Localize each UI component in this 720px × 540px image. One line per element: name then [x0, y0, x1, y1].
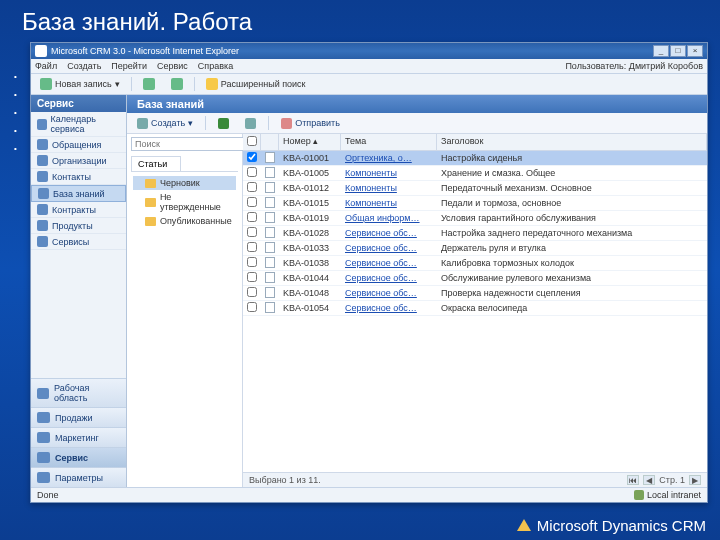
row-checkbox[interactable] — [247, 257, 257, 267]
row-title: Калибровка тормозных колодок — [437, 257, 707, 269]
nav-item-services[interactable]: Сервисы — [31, 234, 126, 250]
products-icon — [37, 220, 48, 231]
table-row[interactable]: KBA-01019Общая информ…Условия гарантийно… — [243, 211, 707, 226]
row-icon-cell — [261, 181, 279, 196]
advanced-search-button[interactable]: Расширенный поиск — [201, 76, 311, 92]
kb-tool-1[interactable] — [214, 117, 233, 130]
row-checkbox[interactable] — [247, 167, 257, 177]
table-row[interactable]: KBA-01038Сервисное обс…Калибровка тормоз… — [243, 256, 707, 271]
first-page-button[interactable]: ⏮ — [627, 475, 639, 485]
module-sales[interactable]: Продажи — [31, 407, 126, 427]
row-icon-cell — [261, 271, 279, 286]
nav-item-kb[interactable]: База знаний — [31, 185, 126, 202]
row-tema[interactable]: Сервисное обс… — [341, 302, 437, 314]
row-check[interactable] — [243, 181, 261, 195]
workspace-icon — [37, 388, 49, 399]
row-tema[interactable]: Компоненты — [341, 167, 437, 179]
row-checkbox[interactable] — [247, 197, 257, 207]
row-icon-cell — [261, 256, 279, 271]
row-tema[interactable]: Общая информ… — [341, 212, 437, 224]
kb-tool-2[interactable] — [241, 117, 260, 130]
search-input[interactable] — [131, 137, 251, 151]
row-check[interactable] — [243, 256, 261, 270]
toolbar-icon-2[interactable] — [166, 76, 188, 92]
table-row[interactable]: KBA-01048Сервисное обс…Проверка надежнос… — [243, 286, 707, 301]
row-icon-cell — [261, 286, 279, 301]
row-tema[interactable]: Сервисное обс… — [341, 257, 437, 269]
table-row[interactable]: KBA-01015КомпонентыПедали и тормоза, осн… — [243, 196, 707, 211]
row-check[interactable] — [243, 286, 261, 300]
folder-tree: Черновик Не утвержденные Опубликованные — [131, 171, 238, 487]
folder-published[interactable]: Опубликованные — [133, 214, 236, 228]
table-row[interactable]: KBA-01054Сервисное обс…Окраска велосипед… — [243, 301, 707, 316]
row-checkbox[interactable] — [247, 302, 257, 312]
close-button[interactable]: × — [687, 45, 703, 57]
row-check[interactable] — [243, 271, 261, 285]
table-row[interactable]: KBA-01044Сервисное обс…Обслуживание руле… — [243, 271, 707, 286]
row-check[interactable] — [243, 166, 261, 180]
app-icon — [35, 45, 47, 57]
row-checkbox[interactable] — [247, 212, 257, 222]
folder-drafts[interactable]: Черновик — [133, 176, 236, 190]
nav-item-cases[interactable]: Обращения — [31, 137, 126, 153]
row-tema[interactable]: Сервисное обс… — [341, 227, 437, 239]
row-check[interactable] — [243, 241, 261, 255]
module-marketing[interactable]: Маркетинг — [31, 427, 126, 447]
prev-page-button[interactable]: ◀ — [643, 475, 655, 485]
row-checkbox[interactable] — [247, 182, 257, 192]
separator — [205, 116, 206, 130]
row-tema[interactable]: Компоненты — [341, 197, 437, 209]
nav-item-contracts[interactable]: Контракты — [31, 202, 126, 218]
menu-goto[interactable]: Перейти — [111, 61, 147, 71]
module-service[interactable]: Сервис — [31, 447, 126, 467]
row-checkbox[interactable] — [247, 287, 257, 297]
row-checkbox[interactable] — [247, 242, 257, 252]
row-tema[interactable]: Сервисное обс… — [341, 272, 437, 284]
minimize-button[interactable]: _ — [653, 45, 669, 57]
row-tema[interactable]: Сервисное обс… — [341, 242, 437, 254]
toolbar-icon-1[interactable] — [138, 76, 160, 92]
row-tema[interactable]: Компоненты — [341, 182, 437, 194]
nav-item-calendar[interactable]: Календарь сервиса — [31, 112, 126, 137]
create-button[interactable]: Создать ▾ — [133, 117, 197, 130]
table-row[interactable]: KBA-01012КомпонентыПередаточный механизм… — [243, 181, 707, 196]
new-record-button[interactable]: Новая запись ▾ — [35, 76, 125, 92]
nav-item-contacts[interactable]: Контакты — [31, 169, 126, 185]
separator — [194, 77, 195, 91]
col-tema[interactable]: Тема — [341, 134, 437, 150]
row-checkbox[interactable] — [247, 152, 257, 162]
selection-status: Выбрано 1 из 11. — [249, 475, 321, 485]
row-check[interactable] — [243, 211, 261, 225]
select-all-checkbox[interactable] — [247, 136, 257, 146]
row-check[interactable] — [243, 196, 261, 210]
col-zag[interactable]: Заголовок — [437, 134, 707, 150]
next-page-button[interactable]: ▶ — [689, 475, 701, 485]
menu-help[interactable]: Справка — [198, 61, 233, 71]
row-check[interactable] — [243, 301, 261, 315]
table-row[interactable]: KBA-01001Оргтехника, о…Настройка сиденья — [243, 151, 707, 166]
menu-service[interactable]: Сервис — [157, 61, 188, 71]
col-check[interactable] — [243, 134, 261, 150]
folder-unapproved[interactable]: Не утвержденные — [133, 190, 236, 214]
table-row[interactable]: KBA-01005КомпонентыХранение и смазка. Об… — [243, 166, 707, 181]
send-icon — [281, 118, 292, 129]
row-tema[interactable]: Оргтехника, о… — [341, 152, 437, 164]
nav-item-products[interactable]: Продукты — [31, 218, 126, 234]
row-check[interactable] — [243, 151, 261, 165]
maximize-button[interactable]: □ — [670, 45, 686, 57]
table-row[interactable]: KBA-01028Сервисное обс…Настройка заднего… — [243, 226, 707, 241]
module-settings[interactable]: Параметры — [31, 467, 126, 487]
nav-item-accounts[interactable]: Организации — [31, 153, 126, 169]
row-check[interactable] — [243, 226, 261, 240]
col-number[interactable]: Номер ▴ — [279, 134, 341, 150]
menu-file[interactable]: Файл — [35, 61, 57, 71]
row-checkbox[interactable] — [247, 272, 257, 282]
window-title: Microsoft CRM 3.0 - Microsoft Internet E… — [51, 46, 649, 56]
menu-create[interactable]: Создать — [67, 61, 101, 71]
row-tema[interactable]: Сервисное обс… — [341, 287, 437, 299]
send-button[interactable]: Отправить — [277, 117, 344, 130]
module-workspace[interactable]: Рабочая область — [31, 378, 126, 407]
row-checkbox[interactable] — [247, 227, 257, 237]
table-row[interactable]: KBA-01033Сервисное обс…Держатель руля и … — [243, 241, 707, 256]
articles-tab[interactable]: Статьи — [131, 156, 181, 171]
